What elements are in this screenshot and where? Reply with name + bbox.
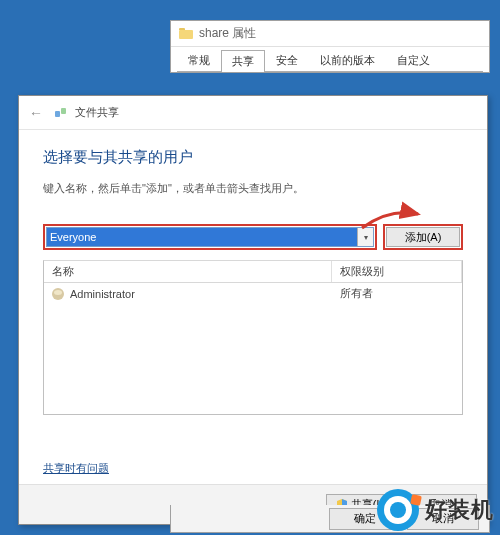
- properties-ok-label: 确定: [354, 511, 376, 526]
- user-input[interactable]: [47, 228, 357, 246]
- user-icon: [52, 288, 64, 300]
- row-permission: 所有者: [332, 286, 462, 301]
- watermark: 好装机: [377, 489, 494, 531]
- list-row[interactable]: Administrator 所有者: [44, 283, 462, 304]
- file-sharing-dialog: ← 文件共享 选择要与其共享的用户 键入名称，然后单击"添加"，或者单击箭头查找…: [18, 95, 488, 525]
- tab-security[interactable]: 安全: [265, 49, 309, 71]
- column-permission[interactable]: 权限级别: [332, 261, 462, 282]
- properties-titlebar: share 属性: [171, 21, 489, 47]
- add-button-label: 添加(A): [405, 230, 442, 245]
- dialog-header-title: 文件共享: [75, 105, 119, 120]
- user-combo-highlight: ▾: [43, 224, 377, 250]
- folder-icon: [179, 28, 193, 39]
- chevron-down-icon[interactable]: ▾: [357, 228, 373, 246]
- dialog-heading: 选择要与其共享的用户: [43, 148, 463, 167]
- watermark-text: 好装机: [425, 495, 494, 525]
- network-share-icon: [53, 105, 69, 121]
- properties-title-text: share 属性: [199, 25, 256, 42]
- back-arrow-icon[interactable]: ←: [29, 105, 43, 121]
- tab-customize[interactable]: 自定义: [386, 49, 441, 71]
- dialog-subtext: 键入名称，然后单击"添加"，或者单击箭头查找用户。: [43, 181, 463, 196]
- trouble-sharing-link[interactable]: 共享时有问题: [43, 461, 463, 476]
- user-combo[interactable]: ▾: [46, 227, 374, 247]
- tab-sharing[interactable]: 共享: [221, 50, 265, 72]
- properties-window: share 属性 常规 共享 安全 以前的版本 自定义: [170, 20, 490, 73]
- dialog-header: ← 文件共享: [19, 96, 487, 130]
- permissions-list: 名称 权限级别 Administrator 所有者: [43, 260, 463, 415]
- column-name[interactable]: 名称: [44, 261, 332, 282]
- add-button[interactable]: 添加(A): [386, 227, 460, 247]
- row-name: Administrator: [70, 288, 135, 300]
- list-header: 名称 权限级别: [44, 261, 462, 283]
- properties-tabs: 常规 共享 安全 以前的版本 自定义: [171, 47, 489, 71]
- tab-general[interactable]: 常规: [177, 49, 221, 71]
- tab-previous-versions[interactable]: 以前的版本: [309, 49, 386, 71]
- watermark-logo-icon: [377, 489, 419, 531]
- add-button-highlight: 添加(A): [383, 224, 463, 250]
